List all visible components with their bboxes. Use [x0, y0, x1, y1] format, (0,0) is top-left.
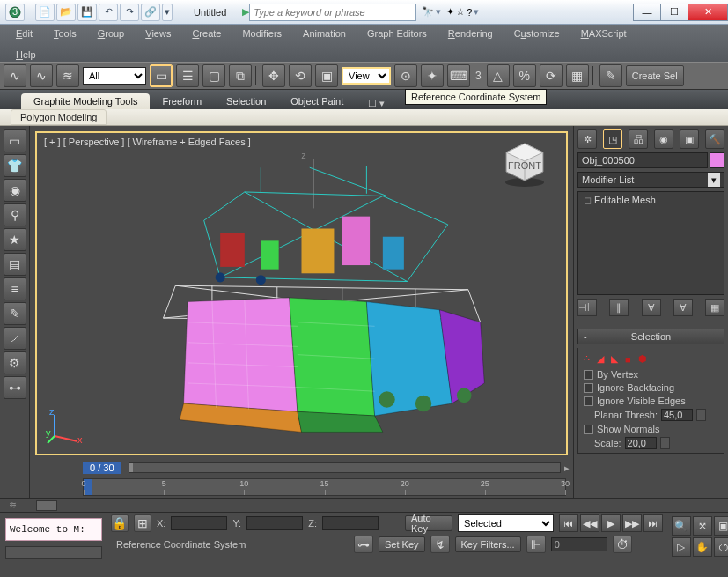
- planar-thresh-input[interactable]: [661, 409, 693, 421]
- show-normals-checkbox[interactable]: Show Normals: [584, 424, 718, 434]
- stack-entry[interactable]: Editable Mesh: [594, 195, 656, 205]
- ignore-visible-edges-checkbox[interactable]: Ignore Visible Edges: [584, 396, 718, 406]
- spinner-snap-icon[interactable]: ⟳: [540, 64, 563, 87]
- menu-create[interactable]: Create: [183, 26, 230, 41]
- frame-indicator[interactable]: 0 / 30: [83, 462, 121, 474]
- app-menu-button[interactable]: 3: [5, 4, 25, 21]
- prev-frame-icon[interactable]: ◀◀: [580, 514, 599, 532]
- current-frame-input[interactable]: [551, 537, 607, 551]
- app-menu[interactable]: 3: [0, 4, 30, 21]
- set-key-button[interactable]: Set Key: [379, 536, 425, 552]
- tab-freeform[interactable]: Freeform: [150, 93, 214, 109]
- percent-snap-icon[interactable]: %: [513, 64, 536, 87]
- hierarchy-tab-icon[interactable]: 品: [629, 129, 648, 149]
- maxscript-listener[interactable]: Welcome to M:: [5, 518, 102, 541]
- help-icon[interactable]: ?: [467, 7, 472, 18]
- close-button[interactable]: ✕: [688, 4, 728, 21]
- stack-icon[interactable]: ≡: [4, 277, 26, 300]
- object-color-swatch[interactable]: [710, 152, 724, 168]
- make-unique-icon[interactable]: ∀: [642, 299, 661, 316]
- lock-selection-icon[interactable]: 🔒: [111, 514, 129, 532]
- new-file-icon[interactable]: 📄: [35, 4, 55, 21]
- modify-tab-icon[interactable]: ◳: [603, 129, 622, 149]
- link-icon[interactable]: 🔗: [141, 4, 160, 21]
- vault-icon[interactable]: ✦: [446, 6, 454, 18]
- window-crossing-icon[interactable]: ⧉: [229, 64, 252, 87]
- layers-icon[interactable]: ▤: [4, 253, 26, 276]
- menu-edit[interactable]: Edit: [7, 26, 41, 41]
- qat-dropdown-icon[interactable]: ▾: [162, 4, 173, 21]
- open-file-icon[interactable]: 📂: [56, 4, 76, 21]
- collapse-icon[interactable]: -: [584, 331, 587, 342]
- ribbon-menu-icon[interactable]: ☐ ▾: [363, 98, 389, 109]
- communication-icon[interactable]: ☆: [456, 6, 465, 18]
- set-key-big-icon[interactable]: ⊶: [354, 536, 373, 553]
- reference-coord-dropdown[interactable]: View: [342, 67, 391, 85]
- modifier-stack[interactable]: ◻ Editable Mesh: [577, 191, 724, 295]
- gear-icon[interactable]: ⚙: [4, 351, 26, 374]
- tab-selection[interactable]: Selection: [214, 93, 278, 109]
- element-level-icon[interactable]: ⬢: [638, 353, 647, 365]
- save-file-icon[interactable]: 💾: [77, 4, 97, 21]
- tab-graphite[interactable]: Graphite Modeling Tools: [21, 93, 150, 109]
- timeline-ruler[interactable]: 051015202530: [83, 478, 566, 496]
- menu-rendering[interactable]: Rendering: [439, 26, 502, 41]
- rotate-tool-icon[interactable]: ⟲: [289, 64, 312, 87]
- keyboard-shortcut-icon[interactable]: ⌨: [447, 64, 470, 87]
- menu-tools[interactable]: Tools: [45, 26, 85, 41]
- ignore-backfacing-checkbox[interactable]: Ignore Backfacing: [584, 382, 718, 393]
- pan-icon[interactable]: ✋: [693, 537, 712, 557]
- next-frame-icon[interactable]: ▶▶: [622, 514, 642, 532]
- zoom-icon[interactable]: 🔍: [672, 516, 691, 536]
- key-filters-dropdown[interactable]: Selected: [458, 514, 554, 532]
- create-selection-set-button[interactable]: Create Sel: [626, 65, 684, 86]
- motion-tab-icon[interactable]: ◉: [654, 129, 673, 149]
- curve-editor-icon[interactable]: ≋: [9, 499, 18, 511]
- fov-icon[interactable]: ▷: [672, 537, 691, 557]
- maximize-button[interactable]: ☐: [660, 4, 688, 21]
- mini-curve-editor-icon[interactable]: [36, 500, 57, 511]
- tab-object-paint[interactable]: Object Paint: [278, 93, 356, 109]
- biped-icon[interactable]: ⚲: [4, 203, 26, 226]
- scale-spin-icon[interactable]: [660, 437, 670, 449]
- object-name-input[interactable]: [577, 152, 708, 168]
- viewport-label[interactable]: [ + ] [ Perspective ] [ Wireframe + Edge…: [44, 137, 251, 147]
- bind-space-warp-icon[interactable]: ≋: [56, 64, 79, 87]
- menu-group[interactable]: Group: [89, 26, 134, 41]
- named-sel-icon[interactable]: ✎: [599, 64, 622, 87]
- search-input[interactable]: [249, 4, 416, 21]
- modifier-list-dropdown[interactable]: Modifier List▾: [577, 172, 724, 188]
- subtab-polygon-modeling[interactable]: Polygon Modeling: [11, 109, 107, 125]
- menu-customize[interactable]: Customize: [505, 26, 569, 41]
- z-input[interactable]: [322, 516, 379, 530]
- menu-graph-editors[interactable]: Graph Editors: [358, 26, 436, 41]
- menu-modifiers[interactable]: Modifiers: [233, 26, 290, 41]
- display-tab-icon[interactable]: ▣: [680, 129, 699, 149]
- menu-views[interactable]: Views: [136, 26, 180, 41]
- manipulate-icon[interactable]: ✦: [421, 64, 444, 87]
- star-icon[interactable]: ★: [4, 228, 26, 251]
- absolute-mode-icon[interactable]: ⊞: [134, 514, 151, 532]
- auto-key-button[interactable]: Auto Key: [405, 515, 452, 531]
- brush-icon[interactable]: ✎: [4, 302, 26, 325]
- key-filters-button[interactable]: Key Filters...: [455, 536, 521, 552]
- goto-end-icon[interactable]: ⏭: [643, 514, 663, 532]
- rect-region-icon[interactable]: ▢: [202, 64, 225, 87]
- pin-stack-icon[interactable]: ⊣⊢: [577, 299, 597, 316]
- move-tool-icon[interactable]: ✥: [262, 64, 285, 87]
- select-object-icon[interactable]: ▭: [150, 64, 173, 87]
- sphere-icon[interactable]: ◉: [4, 179, 26, 202]
- undo-icon[interactable]: ↶: [99, 4, 118, 21]
- key-mode-icon[interactable]: ↯: [430, 536, 450, 553]
- menu-animation[interactable]: Animation: [294, 26, 355, 41]
- utilities-tab-icon[interactable]: 🔨: [705, 129, 724, 149]
- edge-level-icon[interactable]: ◢: [597, 353, 604, 365]
- polygon-level-icon[interactable]: ■: [625, 354, 631, 365]
- configure-sets-icon[interactable]: ▦: [705, 299, 724, 316]
- edged-faces-icon[interactable]: ▦: [566, 64, 589, 87]
- view-cube[interactable]: FRONT: [501, 140, 548, 188]
- scale-input[interactable]: [625, 437, 657, 449]
- box-icon[interactable]: ▭: [4, 129, 26, 152]
- link-chain-icon[interactable]: ⊶: [4, 376, 26, 399]
- menu-maxscript[interactable]: MAXScript: [572, 26, 636, 41]
